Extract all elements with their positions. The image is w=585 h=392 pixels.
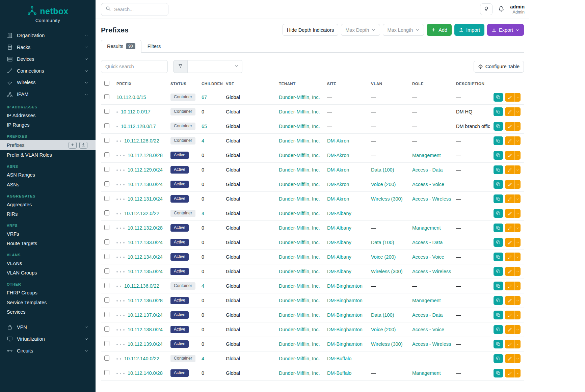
edit-dropdown-toggle[interactable] [514,107,521,116]
edit-dropdown-toggle[interactable] [514,238,521,247]
sidebar-item-rirs[interactable]: RIRs [0,209,96,219]
netbox-logo[interactable]: netbox Community [0,0,96,26]
row-checkbox[interactable] [104,268,109,273]
configure-table-button[interactable]: Configure Table [474,61,524,73]
edit-dropdown-toggle[interactable] [514,253,521,261]
prefix-link[interactable]: 10.112.134.0/24 [128,254,163,260]
site-link[interactable]: DM-Akron [327,167,349,173]
prefix-link[interactable]: 10.112.0.0/17 [121,109,151,114]
edit-button[interactable] [505,107,514,116]
sidebar-item-aggregates[interactable]: Aggregates [0,200,96,209]
clone-button[interactable] [494,354,503,363]
select-all-checkbox[interactable] [104,81,109,86]
tenant-link[interactable]: Dunder-Mifflin, Inc. [279,283,320,289]
sidebar-item-ip-addresses[interactable]: IP Addresses [0,111,96,120]
edit-button[interactable] [505,340,514,348]
row-checkbox[interactable] [104,370,109,375]
edit-button[interactable] [505,325,514,334]
role-link[interactable]: Management [412,225,441,231]
site-link[interactable]: DM-Binghamton [327,312,363,318]
role-link[interactable]: Access - Data [412,167,443,173]
site-link[interactable]: DM-Albany [327,225,351,231]
row-checkbox[interactable] [104,123,109,128]
sidebar-item-asn-ranges[interactable]: ASN Ranges [0,170,96,180]
prefix-link[interactable]: 10.112.0.0/15 [116,95,146,100]
global-search[interactable] [101,3,168,16]
sidebar-item-vrfs[interactable]: VRFs [0,229,96,239]
row-checkbox[interactable] [104,341,109,346]
site-link[interactable]: DM-Albany [327,211,351,216]
edit-dropdown-toggle[interactable] [514,224,521,232]
clone-button[interactable] [494,180,503,189]
vlan-link[interactable]: Data (100) [371,312,394,318]
edit-dropdown-toggle[interactable] [514,122,521,131]
tenant-link[interactable]: Dunder-Mifflin, Inc. [279,109,320,114]
vlan-link[interactable]: Wireless (300) [371,196,402,202]
tenant-link[interactable]: Dunder-Mifflin, Inc. [279,225,320,231]
edit-button[interactable] [505,93,514,102]
role-link[interactable]: Access - Voice [412,182,444,187]
tenant-link[interactable]: Dunder-Mifflin, Inc. [279,196,320,202]
clone-button[interactable] [494,165,503,174]
row-checkbox[interactable] [104,210,109,215]
clone-button[interactable] [494,282,503,290]
children-count-link[interactable]: 4 [202,211,204,216]
clone-button[interactable] [494,122,503,131]
prefix-link[interactable]: 10.112.140.0/22 [124,356,159,361]
export-button[interactable]: Export [487,24,524,36]
tenant-link[interactable]: Dunder-Mifflin, Inc. [279,312,320,318]
edit-dropdown-toggle[interactable] [514,209,521,218]
tenant-link[interactable]: Dunder-Mifflin, Inc. [279,269,320,274]
edit-button[interactable] [505,354,514,363]
role-link[interactable]: Access - Voice [412,254,444,260]
clone-button[interactable] [494,267,503,276]
sidebar-item-prefixes[interactable]: Prefixes [0,140,96,150]
children-count-link[interactable]: 4 [202,283,204,289]
clone-button[interactable] [494,209,503,218]
edit-button[interactable] [505,180,514,189]
prefix-link[interactable]: 10.112.132.0/22 [124,211,159,216]
sidebar-item-services[interactable]: Services [0,307,96,317]
site-link[interactable]: DM-Buffalo [327,370,351,376]
clone-button[interactable] [494,151,503,160]
prefix-link[interactable]: 10.112.136.0/28 [128,298,163,303]
role-link[interactable]: Access - Wireless [412,341,451,347]
edit-dropdown-toggle[interactable] [514,180,521,189]
edit-dropdown-toggle[interactable] [514,282,521,290]
prefix-link[interactable]: 10.112.130.0/24 [128,182,163,187]
clone-button[interactable] [494,296,503,305]
clone-button[interactable] [494,93,503,102]
edit-button[interactable] [505,296,514,305]
tenant-link[interactable]: Dunder-Mifflin, Inc. [279,341,320,347]
sidebar-item-devices[interactable]: Devices [0,53,96,65]
row-checkbox[interactable] [104,94,109,99]
max-length-dropdown[interactable]: Max Length [383,24,424,36]
edit-dropdown-toggle[interactable] [514,311,521,319]
clone-button[interactable] [494,224,503,232]
import-button[interactable]: Import [454,24,484,36]
row-checkbox[interactable] [104,239,109,244]
role-link[interactable]: Access - Wireless [412,196,451,202]
sidebar-item-virtualization[interactable]: Virtualization [0,333,96,345]
quick-import-button[interactable] [79,142,87,149]
tenant-link[interactable]: Dunder-Mifflin, Inc. [279,327,320,332]
site-link[interactable]: DM-Binghamton [327,341,363,347]
children-count-link[interactable]: 4 [202,138,204,143]
tenant-link[interactable]: Dunder-Mifflin, Inc. [279,370,320,376]
user-menu[interactable]: admin Admin [510,4,525,15]
hide-depth-indicators-button[interactable]: Hide Depth Indicators [283,24,338,36]
edit-dropdown-toggle[interactable] [514,340,521,348]
global-search-input[interactable] [114,7,164,12]
prefix-link[interactable]: 10.112.131.0/24 [128,196,163,202]
clone-button[interactable] [494,194,503,203]
row-checkbox[interactable] [104,297,109,303]
edit-button[interactable] [505,369,514,377]
edit-dropdown-toggle[interactable] [514,369,521,377]
site-link[interactable]: DM-Akron [327,196,349,202]
tab-results[interactable]: Results 90 [101,40,141,53]
tenant-link[interactable]: Dunder-Mifflin, Inc. [279,167,320,173]
tenant-link[interactable]: Dunder-Mifflin, Inc. [279,298,320,303]
sidebar-item-service-templates[interactable]: Service Templates [0,298,96,307]
tenant-link[interactable]: Dunder-Mifflin, Inc. [279,124,320,129]
sidebar-item-fhrp-groups[interactable]: FHRP Groups [0,288,96,297]
